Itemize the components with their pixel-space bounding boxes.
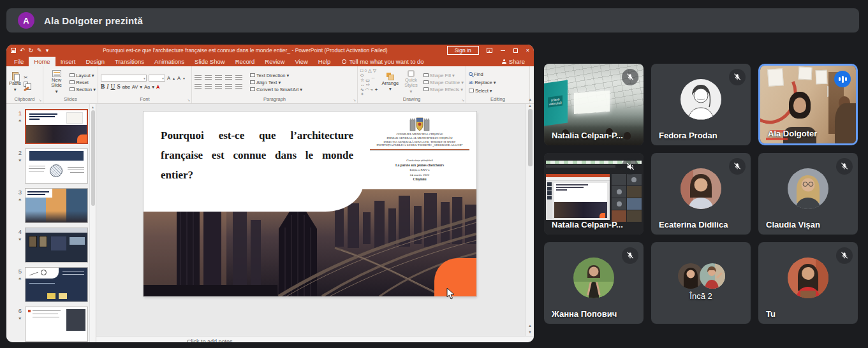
save-icon[interactable] (11, 48, 16, 53)
columns-icon[interactable] (235, 84, 242, 90)
align-right-icon[interactable] (215, 84, 222, 90)
slide-3-preview[interactable] (25, 188, 88, 223)
slide-title-text[interactable]: Pourquoi est-ce que l’architecture franç… (161, 126, 353, 185)
sign-in-button[interactable]: Sign in (447, 46, 479, 55)
arrange-button[interactable]: Arrange ▾ (382, 73, 399, 92)
bold-button[interactable]: B (101, 83, 105, 90)
thumbnail-slide-1[interactable]: 1✶ (6, 109, 96, 144)
notes-placeholder[interactable]: Click to add notes (103, 338, 233, 343)
thumbnail-slide-6[interactable]: 6✶ (6, 307, 96, 342)
pen-mode-icon[interactable]: ✎ (37, 47, 42, 54)
underline-button[interactable]: U (111, 83, 115, 90)
smartart-button[interactable]: Convert to SmartArt▾ (250, 87, 302, 92)
minimize-icon[interactable] (501, 50, 505, 51)
drawing-dialog-launcher-icon[interactable]: ↘ (462, 98, 464, 102)
slide-4-preview[interactable] (25, 228, 88, 263)
restore-icon[interactable] (513, 48, 518, 53)
redo-icon[interactable]: ↻ (29, 47, 34, 54)
replace-button[interactable]: abReplace▾ (469, 80, 496, 85)
participant-tile-zhanna[interactable]: Жанна Попович (544, 242, 644, 324)
tab-animations[interactable]: Animations (149, 57, 189, 66)
justify-icon[interactable] (225, 84, 232, 90)
align-text-button[interactable]: Align Text▾ (250, 80, 302, 85)
font-dialog-launcher-icon[interactable]: ↘ (188, 98, 190, 102)
strikethrough-button[interactable]: S (117, 83, 120, 90)
thumbnail-slide-5[interactable]: 5✶ (6, 267, 96, 302)
participant-tile-fedora[interactable]: Fedora Prodan (651, 64, 751, 145)
italic-button[interactable]: I (107, 83, 108, 90)
tab-transitions[interactable]: Transitions (110, 57, 149, 66)
numbering-icon[interactable] (205, 75, 212, 81)
notes-pane[interactable]: Click to add notes (96, 336, 534, 342)
decrease-indent-icon[interactable] (215, 75, 222, 81)
thumbnail-slide-3[interactable]: 3✶ (6, 188, 96, 223)
close-icon[interactable]: × (526, 47, 529, 54)
reset-button[interactable]: Reset (70, 80, 96, 85)
participant-tile-natalia-screenshare[interactable]: Natalia Celpan-P... (544, 153, 644, 235)
scroll-up-icon[interactable]: ▲ (528, 104, 532, 108)
paragraph-dialog-launcher-icon[interactable]: ↘ (353, 98, 356, 102)
paste-button[interactable]: Paste ▾ (9, 72, 21, 92)
ribbon-display-options-icon[interactable]: ▴ (487, 48, 492, 53)
tab-file[interactable]: File (9, 57, 29, 66)
scroll-thumb[interactable] (528, 109, 533, 166)
next-slide-icon[interactable]: ▼ (528, 330, 532, 334)
slide-1-preview[interactable] (25, 109, 88, 144)
tab-record[interactable]: Record (230, 57, 260, 66)
participant-tile-ecaterina[interactable]: Ecaterina Didilica (651, 153, 751, 235)
slide-logo-block[interactable]: CONSILIUL MUNICIPAL CHIȘINĂU PRIMAR GENE… (365, 115, 474, 182)
tab-insert[interactable]: Insert (55, 57, 81, 66)
shape-effects-button[interactable]: Shape Effects▾ (423, 87, 464, 92)
find-button[interactable]: Find (469, 71, 496, 77)
font-size-combo[interactable]: ▾ (149, 75, 165, 82)
section-button[interactable]: Section▾ (70, 87, 96, 92)
text-direction-button[interactable]: Text Direction▾ (250, 73, 302, 78)
thumb-scroll-up-icon[interactable]: ▲ (91, 105, 94, 109)
participant-tile-self[interactable]: Tu (758, 242, 858, 324)
participant-tile-natalia-video[interactable]: (clasa viitorului) Natalia Celpan-P... (544, 64, 644, 145)
tell-me-search[interactable]: Tell me what you want to do (342, 58, 423, 65)
align-left-icon[interactable] (195, 84, 202, 90)
tab-review[interactable]: Review (260, 57, 290, 66)
select-button[interactable]: Select▾ (469, 88, 496, 94)
change-case-button[interactable]: Aa (144, 84, 150, 90)
slide-5-preview[interactable] (25, 267, 88, 302)
thumbnail-slide-2[interactable]: 2✶ (6, 149, 96, 184)
font-color-button[interactable]: A (156, 84, 159, 90)
line-spacing-icon[interactable] (235, 75, 242, 81)
layout-button[interactable]: Layout▾ (70, 73, 96, 78)
slide-canvas[interactable]: Pourquoi est-ce que l’architecture franç… (143, 112, 476, 296)
slide-2-preview[interactable] (25, 149, 88, 184)
shapes-gallery[interactable]: □ ○ △ ▽ ◇ ☆ ▭ ⌒ ↔ ⇨ ∿ ◠ ⌁ ✦ ✧ (360, 68, 379, 96)
shrink-font-icon[interactable]: A (177, 75, 180, 81)
previous-slide-icon[interactable]: ▲ (528, 324, 532, 328)
editor-scrollbar[interactable]: ▲ ▲ ▼ (526, 104, 534, 336)
font-name-combo[interactable]: ▾ (101, 75, 147, 82)
new-slide-button[interactable]: New Slide ▾ (46, 70, 67, 94)
grow-font-icon[interactable]: A (167, 75, 170, 81)
slide-6-preview[interactable] (25, 307, 88, 342)
clipboard-dialog-launcher-icon[interactable]: ↘ (39, 98, 41, 102)
collapse-ribbon-icon[interactable]: ▴ (529, 97, 531, 102)
clear-formatting-icon[interactable]: abc (122, 84, 130, 90)
character-spacing-button[interactable]: AV (132, 84, 138, 90)
slide-editor-area[interactable]: Pourquoi est-ce que l’architecture franç… (96, 104, 534, 336)
shape-outline-button[interactable]: Shape Outline▾ (423, 80, 464, 85)
share-button[interactable]: Share (502, 58, 525, 65)
participant-tile-overflow[interactable]: Încă 2 (651, 242, 751, 324)
copy-icon[interactable] (24, 82, 28, 87)
shape-fill-button[interactable]: Shape Fill▾ (423, 73, 464, 78)
undo-icon[interactable]: ↶ (20, 47, 25, 54)
participant-tile-ala-active[interactable]: Ala Dolgoter (758, 64, 858, 145)
increase-indent-icon[interactable] (225, 75, 232, 81)
tab-view[interactable]: View (290, 57, 313, 66)
align-center-icon[interactable] (205, 84, 212, 90)
tab-home[interactable]: Home (29, 57, 55, 66)
cut-icon[interactable]: ✂ (24, 75, 29, 80)
tab-design[interactable]: Design (80, 57, 110, 66)
tab-help[interactable]: Help (313, 57, 336, 66)
thumb-scroll-down-icon[interactable]: ▼ (91, 341, 94, 342)
tab-slide-show[interactable]: Slide Show (189, 57, 230, 66)
thumbnail-scrollbar[interactable]: ▲ ▼ (89, 104, 96, 342)
participant-tile-claudia[interactable]: Claudia Vișan (758, 153, 858, 235)
